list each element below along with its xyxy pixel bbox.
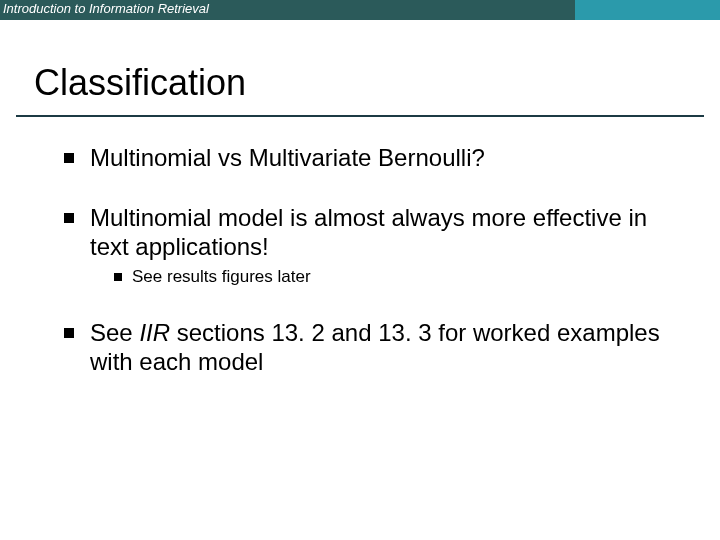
header-title: Introduction to Information Retrieval [3,1,209,16]
sub-bullet-text: See results figures later [132,267,311,286]
title-underline [16,115,704,117]
bullet-text: Multinomial vs Multivariate Bernoulli? [90,144,485,171]
bullet-text-prefix: See [90,319,139,346]
bullet-text-suffix: sections 13. 2 and 13. 3 for worked exam… [90,319,660,374]
sub-bullet-item: See results figures later [114,267,674,287]
bullet-text-emphasis: IIR [139,319,170,346]
bullet-text: Multinomial model is almost always more … [90,204,647,259]
slide-content: Multinomial vs Multivariate Bernoulli? M… [64,144,674,408]
bullet-item: See IIR sections 13. 2 and 13. 3 for wor… [64,319,674,376]
bullet-item: Multinomial vs Multivariate Bernoulli? [64,144,674,172]
bullet-item: Multinomial model is almost always more … [64,204,674,287]
slide-title: Classification [34,62,246,104]
header-bar: Introduction to Information Retrieval [0,0,720,20]
